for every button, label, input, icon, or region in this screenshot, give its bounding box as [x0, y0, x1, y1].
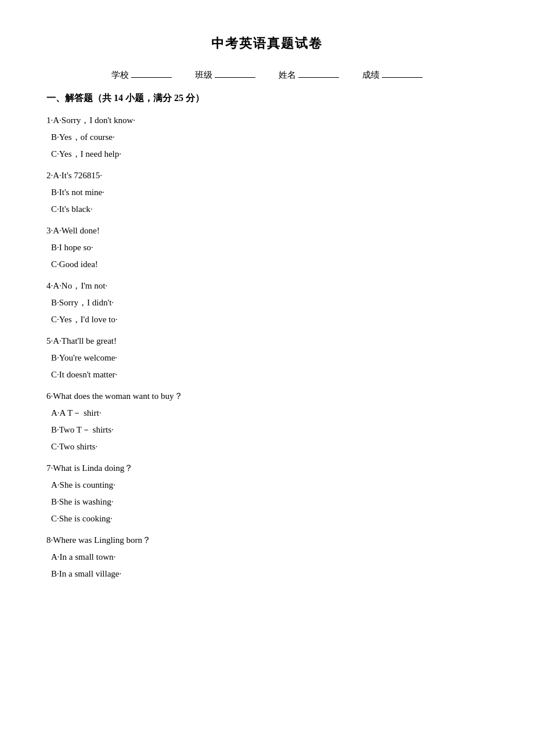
page-title: 中考英语真题试卷	[46, 35, 488, 52]
question-block-7: 7·What is Linda doing？A·She is counting·…	[46, 460, 488, 527]
question-block-8: 8·Where was Lingling born？A·In a small t…	[46, 532, 488, 582]
question-main-8: 8·Where was Lingling born？	[46, 532, 488, 548]
option-2-1: B·It's not mine·	[46, 185, 488, 200]
option-8-2: B·In a small village·	[46, 566, 488, 582]
questions-container: 1·A·Sorry，I don't know·B·Yes，of course·C…	[46, 113, 488, 582]
question-main-4: 4·A·No，I'm not·	[46, 278, 488, 294]
info-row: 学校 班级 姓名 成绩	[46, 70, 488, 81]
option-7-1: A·She is counting·	[46, 477, 488, 493]
school-field: 学校	[111, 70, 172, 81]
option-3-2: C·Good idea!	[46, 257, 488, 272]
question-block-3: 3·A·Well done!B·I hope so·C·Good idea!	[46, 223, 488, 272]
option-4-1: B·Sorry，I didn't·	[46, 295, 488, 311]
question-main-3: 3·A·Well done!	[46, 223, 488, 239]
option-6-2: B·Two T－ shirts·	[46, 422, 488, 438]
option-4-2: C·Yes，I'd love to·	[46, 312, 488, 327]
option-5-1: B·You're welcome·	[46, 350, 488, 366]
section1-title: 一、解答题（共 14 小题，满分 25 分）	[46, 92, 488, 105]
option-7-2: B·She is washing·	[46, 494, 488, 510]
option-6-1: A·A T－ shirt·	[46, 405, 488, 421]
question-main-7: 7·What is Linda doing？	[46, 460, 488, 476]
score-field: 成绩	[362, 70, 423, 81]
name-field: 姓名	[279, 70, 339, 81]
option-8-1: A·In a small town·	[46, 549, 488, 565]
option-7-3: C·She is cooking·	[46, 511, 488, 527]
question-block-2: 2·A·It's 726815·B·It's not mine·C·It's b…	[46, 168, 488, 217]
option-1-1: B·Yes，of course·	[46, 129, 488, 145]
question-main-6: 6·What does the woman want to buy？	[46, 388, 488, 404]
option-5-2: C·It doesn't matter·	[46, 367, 488, 383]
option-3-1: B·I hope so·	[46, 240, 488, 255]
question-main-1: 1·A·Sorry，I don't know·	[46, 113, 488, 128]
option-1-2: C·Yes，I need help·	[46, 146, 488, 162]
option-6-3: C·Two shirts·	[46, 439, 488, 455]
question-block-1: 1·A·Sorry，I don't know·B·Yes，of course·C…	[46, 113, 488, 162]
question-main-2: 2·A·It's 726815·	[46, 168, 488, 183]
question-block-6: 6·What does the woman want to buy？A·A T－…	[46, 388, 488, 455]
class-field: 班级	[195, 70, 255, 81]
question-main-5: 5·A·That'll be great!	[46, 333, 488, 349]
option-2-2: C·It's black·	[46, 201, 488, 217]
question-block-5: 5·A·That'll be great!B·You're welcome·C·…	[46, 333, 488, 383]
question-block-4: 4·A·No，I'm not·B·Sorry，I didn't·C·Yes，I'…	[46, 278, 488, 327]
